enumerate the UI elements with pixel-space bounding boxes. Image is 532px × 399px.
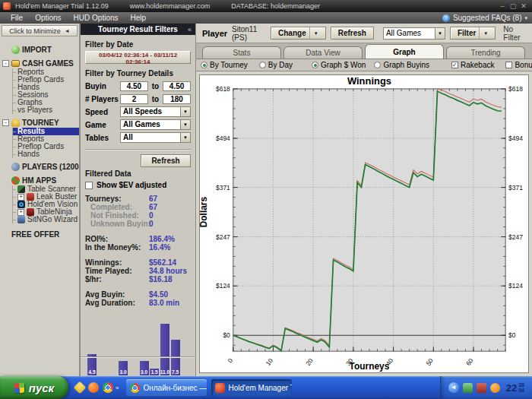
tree-toggle-icon[interactable]: - [2,60,9,67]
svg-text:Winnings: Winnings [347,75,391,87]
checkbox-bonuses[interactable] [505,62,512,68]
stat-value: 83.0 min [149,299,179,307]
filter-panel-header[interactable]: Tourney Result Filters « [81,24,195,35]
quick-launch-overflow[interactable]: » [116,385,119,391]
menu-file[interactable]: File [5,14,29,22]
to-label: to [148,95,163,103]
menu-items: FileOptionsHUD OptionsHelp [5,14,152,22]
clock-hour: 22 [506,382,517,394]
radio-by-tourney[interactable] [201,62,207,68]
sidebar-item-label: vs Players [17,106,52,114]
tray-collapse-icon[interactable]: ◄ [448,382,459,393]
close-button[interactable]: ✕ [518,2,529,10]
panel-collapse-icon[interactable]: « [188,26,192,33]
radio-graph-buyins[interactable] [374,62,381,68]
select-arrow-icon[interactable]: ▼ [180,107,190,116]
stat-row: Not Finished:0 [85,211,191,220]
select-arrow-icon[interactable]: ▼ [435,28,445,39]
players-from-input[interactable]: 2 [120,94,148,104]
sidebar: Click to Minimize ◄ IMPORT-CASH GAMESRep… [0,24,81,376]
svg-text:Tourneys: Tourneys [350,361,390,372]
start-button[interactable]: пуск [0,376,68,399]
sidebar-minimize-label: Click to Minimize [9,27,61,35]
tree-toggle-icon[interactable]: - [2,119,9,126]
tables-select-value: All [121,133,180,142]
ev-adjusted-checkbox[interactable] [85,182,93,189]
stat-label: In the Money%: [85,243,149,252]
sidebar-group-players-120043[interactable]: PLAYERS (120043) [2,162,79,172]
tab-data-view[interactable]: Data View [283,46,363,59]
select-arrow-icon[interactable]: ▼ [180,120,190,129]
players-to-input[interactable]: 180 [163,94,191,104]
chevron-down-icon: ▼ [479,27,488,39]
mini-bar-value: 3.0 [119,369,128,375]
radio-by-day[interactable] [259,62,266,68]
filtered-data-label: Filtered Data [85,169,191,178]
opera-icon[interactable] [88,382,99,393]
cash-games-icon [11,60,20,67]
svg-text:$371: $371 [216,184,230,192]
refresh-filters-button[interactable]: Refresh [141,154,191,167]
tab-trending[interactable]: Trending [446,46,525,59]
menu-hud-options[interactable]: HUD Options [68,14,125,22]
tables-label: Tables [85,134,120,142]
taskbar-window-онлайн-бизнес-л[interactable]: Онлайн-бизнес — л... [126,379,207,396]
sidebar-group-label: FREE OFFER [11,230,59,239]
sidebar-item-sitngo-wizard[interactable]: SitNGo Wizard [13,216,79,223]
filter-panel: Tourney Result Filters « Filter by Date … [81,24,196,376]
filter-rows: Buyin4.50to4.50# Players2to180SpeedAll S… [85,80,191,144]
stat-row: Avg Duration:83.0 min [85,299,191,307]
sidebar-item-label: SitNGo Wizard [27,216,78,223]
menu-options[interactable]: Options [29,14,67,22]
orange-tray-icon[interactable] [490,383,500,393]
speed-select[interactable]: All Speeds▼ [120,106,191,117]
mini-bar-value: 7.5 [170,369,180,375]
chrome-icon[interactable] [103,382,113,393]
faq-dropdown-arrow-icon[interactable]: ▾ [524,15,527,21]
buyin-to-input[interactable]: 4.50 [163,81,191,91]
tables-filter-row: TablesAll▼ [85,131,191,144]
buyin-from-input[interactable]: 4.50 [120,81,148,91]
chrome-icon [130,383,140,393]
suggested-faqs-button[interactable]: Suggested FAQs (8) [453,14,522,22]
stat-value: 34.8 hours [149,267,187,275]
game-select[interactable]: All Games▼ [120,119,191,130]
taskbar-window-hold-em-manager-tria[interactable]: Hold'em Manager Tria... [211,379,292,396]
tab-stats[interactable]: Stats [202,46,281,59]
import-icon [11,46,20,54]
radio-graph-$-won[interactable] [312,62,318,68]
svg-text:$0: $0 [223,331,230,339]
minimize-button[interactable]: – [497,2,508,10]
filter-button[interactable]: Filter ▼ [450,27,496,40]
antivirus-icon[interactable] [463,383,473,393]
sidebar-item-hands[interactable]: Hands [13,150,79,158]
refresh-player-button[interactable]: Refresh [331,27,374,40]
mini-bar-value: 4.5 [87,369,97,375]
games-select[interactable]: All Games ▼ [383,27,445,40]
radio-label-graph-buyins: Graph Buyins [383,61,429,69]
select-arrow-icon[interactable]: ▼ [180,133,190,142]
tree-toggle-icon[interactable]: + [17,209,24,216]
sidebar-minimize-button[interactable]: Click to Minimize ◄ [2,25,78,36]
sidebar-group-label: IMPORT [22,46,52,54]
ev-adjusted-label: Show $EV adjusted [97,181,166,189]
sidebar-group-free-offer[interactable]: FREE OFFER [2,230,79,239]
taskbar-window-label: Онлайн-бизнес — л... [143,384,207,392]
menu-help[interactable]: Help [125,14,153,22]
stat-value: 67 [149,195,157,203]
yellow-app-icon[interactable] [74,382,87,394]
game-select-value: All Games [121,120,180,129]
date-range-button[interactable]: 03/04/12 02:36:14 - 03/11/12 02:36:14 [85,51,191,64]
sidebar-item-vs-players[interactable]: vs Players [13,106,79,114]
tab-graph[interactable]: Graph [365,44,444,59]
sidebar-group-import[interactable]: IMPORT [2,45,79,55]
red-tray-icon[interactable] [477,383,486,393]
player-name: Siton11 (PS) [232,25,263,42]
change-player-button[interactable]: Change ▼ [271,27,326,40]
maximize-button[interactable]: ▢ [508,2,518,10]
svg-text:50: 50 [424,356,435,367]
refresh-row: Refresh [85,149,191,167]
tables-select[interactable]: All▼ [120,132,191,143]
checkbox-rakeback[interactable]: ✓ [451,62,458,68]
tree-toggle-icon[interactable]: + [17,194,24,201]
